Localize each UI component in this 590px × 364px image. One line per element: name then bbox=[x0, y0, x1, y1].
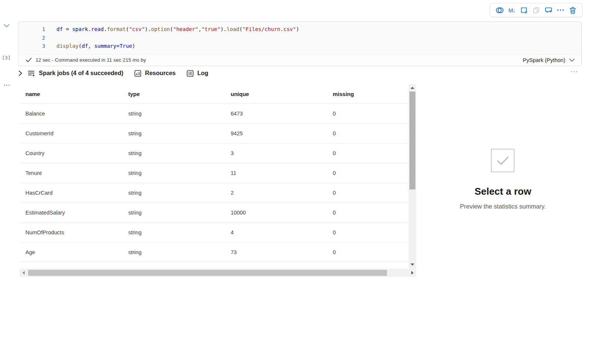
table-row[interactable]: EstimatedSalarystring100000 bbox=[20, 203, 409, 222]
table-cell: 0 bbox=[327, 190, 409, 196]
cell-status-bar: 12 sec - Command executed in 11 sec 215 … bbox=[18, 54, 581, 66]
table-cell: CustomerId bbox=[20, 130, 123, 136]
horizontal-scrollbar[interactable] bbox=[20, 269, 416, 277]
table-cell: string bbox=[123, 130, 225, 136]
log-tab[interactable]: Log bbox=[186, 70, 208, 77]
table-cell: string bbox=[123, 210, 225, 216]
table-cell: Balance bbox=[20, 111, 123, 117]
code-line[interactable]: 2 bbox=[18, 34, 581, 42]
summary-table: nametypeuniquemissing Balancestring64730… bbox=[20, 84, 409, 262]
table-cell: 6473 bbox=[225, 111, 327, 117]
convert-to-markdown-icon[interactable]: M↓ bbox=[507, 6, 516, 15]
table-header-row: nametypeuniquemissing bbox=[20, 84, 409, 104]
table-cell: 0 bbox=[327, 150, 409, 156]
column-header: type bbox=[123, 91, 225, 97]
horizontal-scrollbar-thumb[interactable] bbox=[28, 270, 387, 276]
table-cell: 0 bbox=[327, 130, 409, 136]
chevron-right-icon[interactable] bbox=[18, 70, 23, 76]
output-more-actions[interactable]: ··· bbox=[571, 69, 578, 75]
table-cell: HasCrCard bbox=[20, 190, 123, 196]
table-cell: string bbox=[123, 111, 225, 117]
table-cell: 73 bbox=[225, 249, 327, 255]
code-text: display(df, summary=True) bbox=[45, 42, 135, 50]
line-number: 1 bbox=[18, 25, 45, 34]
code-line[interactable]: 3display(df, summary=True) bbox=[18, 42, 581, 50]
table-cell: EstimatedSalary bbox=[20, 210, 123, 216]
table-cell: Country bbox=[20, 150, 123, 156]
code-cell: 1df = spark.read.format("csv").option("h… bbox=[18, 21, 582, 66]
table-row[interactable]: Countrystring30 bbox=[20, 143, 409, 163]
delete-cell-icon[interactable] bbox=[568, 6, 577, 15]
table-row[interactable]: Agestring730 bbox=[20, 242, 409, 262]
table-cell: 0 bbox=[327, 249, 409, 255]
resources-label: Resources bbox=[145, 70, 176, 77]
empty-state-subtitle: Preview the statistics summary. bbox=[428, 203, 578, 210]
table-row[interactable]: NumOfProductsstring40 bbox=[20, 222, 409, 242]
cell-toolbar: M↓ bbox=[490, 3, 583, 17]
log-icon bbox=[186, 70, 194, 77]
table-cell: string bbox=[123, 150, 225, 156]
kernel-label: PySpark (Python) bbox=[523, 57, 565, 63]
scroll-down-arrow[interactable] bbox=[411, 263, 414, 266]
kernel-selector[interactable]: PySpark (Python) bbox=[523, 57, 575, 63]
copy-cell-icon bbox=[532, 6, 541, 15]
table-body: Balancestring64730CustomerIdstring94250C… bbox=[20, 104, 409, 262]
table-cell: Tenure bbox=[20, 170, 123, 176]
execution-count: [3] bbox=[2, 55, 10, 61]
code-editor[interactable]: 1df = spark.read.format("csv").option("h… bbox=[18, 22, 581, 54]
cell-more-actions[interactable]: ··· bbox=[4, 82, 10, 88]
log-label: Log bbox=[197, 70, 208, 77]
select-row-checkbox-icon bbox=[491, 149, 514, 172]
vertical-scrollbar[interactable] bbox=[409, 84, 416, 268]
line-number: 2 bbox=[18, 34, 45, 42]
chevron-down-icon bbox=[569, 58, 575, 62]
vertical-scrollbar-thumb[interactable] bbox=[409, 92, 415, 189]
execution-status-text: 12 sec - Command executed in 11 sec 215 … bbox=[36, 57, 146, 63]
empty-state-title: Select a row bbox=[428, 186, 578, 197]
spark-jobs-toggle[interactable]: Spark jobs (4 of 4 succeeded) bbox=[28, 70, 123, 77]
spark-jobs-label: Spark jobs (4 of 4 succeeded) bbox=[39, 70, 123, 77]
scroll-right-arrow[interactable] bbox=[411, 271, 414, 275]
table-cell: 11 bbox=[225, 170, 327, 176]
line-number: 3 bbox=[18, 42, 45, 50]
column-header: unique bbox=[225, 91, 327, 97]
resources-tab[interactable]: Resources bbox=[134, 70, 176, 77]
table-cell: string bbox=[123, 229, 225, 235]
table-cell: 2 bbox=[225, 190, 327, 196]
spark-jobs-icon bbox=[28, 70, 36, 77]
table-cell: string bbox=[123, 249, 225, 255]
table-cell: 0 bbox=[327, 229, 409, 235]
table-cell: 0 bbox=[327, 111, 409, 117]
column-header: missing bbox=[327, 91, 409, 97]
table-cell: string bbox=[123, 170, 225, 176]
code-text bbox=[45, 34, 59, 42]
table-row[interactable]: CustomerIdstring94250 bbox=[20, 123, 409, 143]
code-lines: 1df = spark.read.format("csv").option("h… bbox=[18, 25, 581, 50]
collapse-cell-chevron-icon[interactable] bbox=[3, 23, 10, 30]
table-cell: 10000 bbox=[225, 210, 327, 216]
more-commands-icon[interactable] bbox=[556, 6, 565, 15]
table-row[interactable]: Balancestring64730 bbox=[20, 104, 409, 123]
resources-icon bbox=[134, 70, 142, 77]
markdown-glyph: M↓ bbox=[508, 7, 515, 13]
scroll-up-arrow[interactable] bbox=[411, 87, 414, 89]
column-header: name bbox=[20, 91, 123, 97]
output-header: Spark jobs (4 of 4 succeeded) Resources … bbox=[18, 68, 208, 78]
table-cell: 9425 bbox=[225, 130, 327, 136]
table-cell: 4 bbox=[225, 229, 327, 235]
clear-output-icon[interactable] bbox=[519, 6, 528, 15]
add-comment-icon[interactable] bbox=[544, 6, 553, 15]
table-cell: Age bbox=[20, 249, 123, 255]
scroll-left-arrow[interactable] bbox=[22, 271, 25, 275]
table-cell: string bbox=[123, 190, 225, 196]
table-row[interactable]: HasCrCardstring20 bbox=[20, 183, 409, 203]
table-cell: 0 bbox=[327, 210, 409, 216]
copilot-icon[interactable] bbox=[495, 6, 504, 15]
code-line[interactable]: 1df = spark.read.format("csv").option("h… bbox=[18, 25, 581, 34]
table-cell: 3 bbox=[225, 150, 327, 156]
table-cell: 0 bbox=[327, 170, 409, 176]
table-row[interactable]: Tenurestring110 bbox=[20, 163, 409, 183]
success-check-icon bbox=[26, 58, 32, 62]
code-text: df = spark.read.format("csv").option("he… bbox=[45, 25, 299, 34]
table-cell: NumOfProducts bbox=[20, 229, 123, 235]
